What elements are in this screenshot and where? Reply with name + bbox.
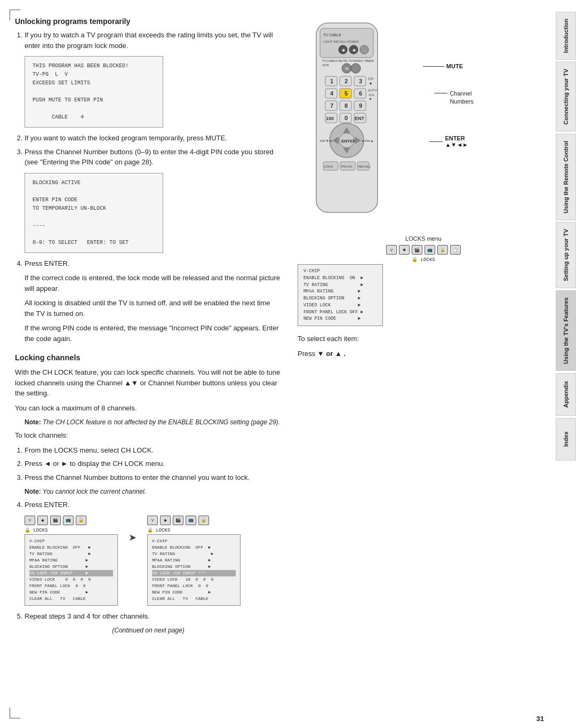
- section1-step4-note3: If the wrong PIN code is entered, the me…: [25, 323, 282, 344]
- svg-text:◉: ◉: [353, 48, 356, 52]
- screen2-line1: BLOCKING ACTIVE: [33, 179, 155, 187]
- screen-box-2: BLOCKING ACTIVE ENTER PIN CODE TO TEMPOR…: [25, 173, 163, 253]
- sb3-l2: ENABLE BLOCKING OFF ►: [29, 544, 113, 551]
- screen2-line6: ----: [33, 221, 155, 230]
- locks-menu-title: LOCKS menu: [298, 235, 549, 242]
- sidebar-tab-remote-control[interactable]: Using the Remote Control: [556, 134, 576, 220]
- section2-to-lock: To lock channels:: [15, 430, 282, 441]
- mute-label: MUTE: [423, 63, 463, 69]
- svg-text:100: 100: [326, 116, 334, 121]
- section2-step1: From the LOCKS menu, select CH LOCK.: [25, 445, 282, 456]
- lm-l7: FRONT PANEL LOCK OFF ►: [303, 309, 377, 316]
- section2-intro: With the CH LOCK feature, you can lock s…: [15, 367, 282, 399]
- svg-text:0: 0: [345, 115, 348, 121]
- section2-step5: Repeat steps 3 and 4 for other channels.: [25, 611, 282, 622]
- screen-container-4: V ★ 🎬 📺 🔒 🔒 LOCKS V-CHIP ENABLE BLOCKING…: [147, 516, 241, 606]
- svg-text:M: M: [345, 66, 349, 71]
- sb4-l10: CLEAR ALL TV CABLE: [152, 596, 236, 602]
- note-label: Note:: [25, 418, 41, 426]
- two-screens-container: V ★ 🎬 📺 🔒 🔒 LOCKS V-CHIP ENABLE BLOCKING…: [25, 516, 282, 606]
- screen1-line5: PUSH MUTE TO ENTER PIN: [33, 96, 155, 105]
- screen-box-3: V-CHIP ENABLE BLOCKING OFF ► TV RATING ►…: [25, 534, 118, 606]
- svg-text:5: 5: [345, 90, 348, 97]
- sidebar-tab-index[interactable]: Index: [556, 418, 576, 461]
- lm-l3: TV RATING ►: [303, 282, 377, 289]
- sb3-l9: NEW PIN CODE ►: [29, 589, 113, 596]
- sb4-l4: MPAA RATING ►: [152, 557, 236, 564]
- locks-icon-row: V ★ 🎬 📺 🔒 📋: [298, 245, 549, 255]
- sb4-l6: CH LOCK /CH INPUT ***: [152, 570, 236, 576]
- svg-text:PIN CH: PIN CH: [341, 165, 352, 168]
- svg-text:4: 4: [330, 90, 334, 97]
- lm-icon-4: 📺: [425, 245, 435, 255]
- press-label: Press ▼ or ▲ .: [298, 349, 549, 359]
- section2-note-text: The CH LOCK feature is not affected by t…: [43, 418, 280, 426]
- svg-text:►FAV▲: ►FAV▲: [362, 139, 374, 143]
- sidebar-tab-introduction[interactable]: Introduction: [556, 12, 576, 60]
- sb4-l8: FRONT PANEL LOCK 0 0: [152, 583, 236, 589]
- svg-text:◉: ◉: [342, 48, 345, 52]
- section1-step3: Press the Channel Number buttons (0–9) t…: [25, 147, 282, 168]
- sidebar-tab-appendix[interactable]: Appendix: [556, 373, 576, 416]
- screen1-line2: TV-PG L V: [33, 70, 155, 79]
- sidebar-tab-connecting[interactable]: Connecting your TV: [556, 62, 576, 132]
- lm-icon-1: V: [386, 245, 397, 255]
- lm-icon-6: 📋: [450, 245, 461, 255]
- screen-box-4: V-CHIP ENABLE BLOCKING OFF ► TV RATING ►…: [147, 534, 241, 606]
- page-number: 31: [537, 715, 544, 723]
- svg-text:ENT: ENT: [355, 116, 365, 121]
- sb3-l1: V-CHIP: [29, 538, 113, 544]
- sidebar-tab-features[interactable]: Using the TV's Features: [556, 290, 576, 371]
- section1-step4: Press ENTER.: [25, 258, 282, 269]
- icon-star-4: ★: [160, 516, 171, 525]
- svg-text:FAV▼◄: FAV▼◄: [320, 139, 332, 143]
- remote-svg: TV CABLE LIGHT RECALL POWER ◉ ◉ TV CABLE…: [298, 20, 396, 218]
- main-content: Unlocking programs temporarily If you tr…: [15, 15, 549, 713]
- sb4-l3: TV RATING ►: [152, 551, 236, 557]
- lm-l1: V-CHIP: [303, 268, 377, 275]
- left-column: Unlocking programs temporarily If you tr…: [15, 15, 292, 713]
- screen1-line1: THIS PROGRAM HAS BEEN BLOCKED!: [33, 62, 155, 70]
- sb4-l5: BLOCKING OPTION ►: [152, 564, 236, 570]
- screen2-line5: [33, 213, 155, 221]
- section1-steps: If you try to watch a TV program that ex…: [25, 30, 282, 51]
- sb3-l6: CH LOCK /CH INPUT ►: [29, 570, 113, 576]
- icon-star: ★: [37, 516, 48, 525]
- section1-step1: If you try to watch a TV program that ex…: [25, 30, 282, 51]
- screen2-line3: ENTER PIN CODE: [33, 196, 155, 204]
- continued-text: (Continued on next page): [15, 626, 282, 635]
- section2-max: You can lock a maximum of 8 channels.: [15, 403, 282, 414]
- locks-screen: V-CHIP ENABLE BLOCKING ON ► TV RATING ► …: [298, 264, 383, 326]
- sidebar: Introduction Connecting your TV Using th…: [556, 0, 576, 728]
- section1-step2: If you want to watch the locked program …: [25, 133, 282, 144]
- svg-text:3: 3: [359, 78, 362, 84]
- sidebar-tab-setting-up[interactable]: Setting up your TV: [556, 222, 576, 288]
- lock-icon-4: 🔒 LOCKS: [147, 527, 241, 533]
- enter-label: ENTER ▲▼◄►: [429, 135, 468, 148]
- note-label-2: Note:: [25, 488, 41, 495]
- lm-l4: MPAA RATING ►: [303, 288, 377, 295]
- remote-wrapper: TV CABLE LIGHT RECALL POWER ◉ ◉ TV CABLE…: [298, 20, 404, 219]
- svg-text:TV  CABLE: TV CABLE: [323, 33, 341, 37]
- svg-text:1: 1: [330, 78, 333, 84]
- icon-row-4: V ★ 🎬 📺 🔒: [147, 516, 241, 525]
- svg-text:2: 2: [345, 78, 348, 84]
- lm-icon-3: 🎬: [412, 245, 422, 255]
- screen2-line2: [33, 187, 155, 196]
- svg-text:CABLE  MUTE  TV/VIDEO TIMER: CABLE MUTE TV/VIDEO TIMER: [327, 59, 374, 62]
- section2-step4: Press ENTER.: [25, 500, 282, 510]
- screen1-line3: EXCEEDS SET LIMITS: [33, 79, 155, 88]
- screen1-line6: [33, 105, 155, 113]
- screen-box-1: THIS PROGRAM HAS BEEN BLOCKED! TV-PG L V…: [25, 56, 163, 128]
- svg-text:7: 7: [330, 102, 333, 109]
- sb4-l7: VIDEO LOCK 18 0 0 0: [152, 576, 236, 583]
- note-cannot-text: You cannot lock the current channel.: [43, 488, 146, 495]
- sb3-l8: FRONT PANEL LOCK 0 0: [29, 583, 113, 589]
- icon-film: 🎬: [50, 516, 61, 525]
- icon-lock-4: 🔒: [198, 516, 209, 525]
- section2-step5-list: Repeat steps 3 and 4 for other channels.: [25, 611, 282, 622]
- screen1-line7: CABLE 4: [33, 113, 155, 122]
- svg-text:TV: TV: [322, 59, 326, 62]
- svg-text:LIGHT RECALL POWER: LIGHT RECALL POWER: [323, 40, 359, 43]
- icon-lock: 🔒: [76, 516, 86, 525]
